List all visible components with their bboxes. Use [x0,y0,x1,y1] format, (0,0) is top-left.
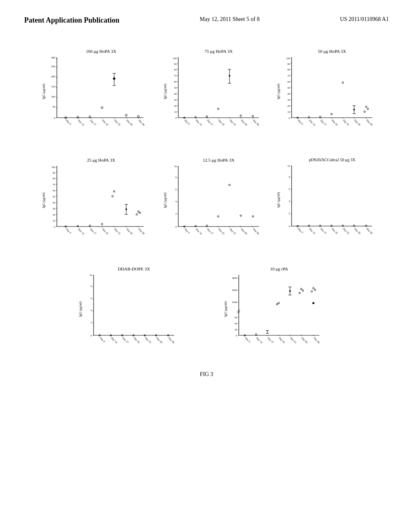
svg-text:8: 8 [175,176,177,179]
svg-text:10: 10 [90,274,92,276]
svg-text:60: 60 [235,316,238,319]
svg-point-189 [125,208,127,210]
svg-text:40: 40 [235,322,238,325]
svg-text:Day 42: Day 42 [332,119,339,126]
svg-text:0: 0 [236,334,237,337]
figure-row-3: DDAB-DOPE 3X 0 2 4 6 8 10 IgG (μg/ml) [24,266,389,355]
svg-text:6: 6 [175,188,177,191]
chart3-title: 50 μg HoPA 3X [275,49,388,54]
svg-text:Day 42: Day 42 [102,228,109,235]
svg-text:Day 69: Day 69 [126,119,133,126]
svg-text:Day 69: Day 69 [354,227,361,235]
svg-text:Day 69: Day 69 [126,228,133,235]
svg-text:4: 4 [91,309,92,312]
svg-text:30: 30 [174,98,177,101]
svg-text:Day 27: Day 27 [320,119,328,127]
svg-text:IgG (μg/ml): IgG (μg/ml) [42,83,46,99]
svg-text:Day 55: Day 55 [343,227,350,235]
svg-point-88 [240,115,242,116]
svg-text:30: 30 [52,207,55,210]
svg-text:30: 30 [288,98,290,101]
svg-text:50: 50 [52,195,55,198]
chart6-title: pDNAVACCultra2 50 μg 3X [275,158,388,162]
svg-point-192 [136,214,138,215]
chart-50ug: 50 μg HoPA 3X 0 10 20 30 40 50 60 70 80 … [275,49,388,137]
svg-text:8: 8 [289,175,290,178]
svg-text:300: 300 [51,56,55,59]
figure-row-1: 100 μg HoPA 3X 0 50 100 150 200 250 300 [24,49,389,137]
svg-text:Day 42: Day 42 [332,227,339,235]
svg-text:100: 100 [286,57,290,60]
svg-text:40: 40 [52,201,55,204]
svg-text:Day 84: Day 84 [252,228,260,235]
svg-text:60: 60 [174,80,177,83]
svg-text:4: 4 [289,200,290,202]
svg-text:Day 84: Day 84 [366,119,374,127]
svg-text:20: 20 [174,104,177,107]
chart2-title: 75 μg HoPA 3X [162,49,275,54]
svg-text:Day 14: Day 14 [309,119,317,127]
svg-point-351 [313,302,315,304]
svg-text:IgG (μg/ml): IgG (μg/ml) [277,83,280,99]
svg-point-190 [138,211,139,212]
svg-point-34 [101,107,103,109]
svg-text:2: 2 [175,212,177,215]
svg-point-140 [364,111,365,112]
svg-point-132 [331,113,332,115]
svg-text:Day 84: Day 84 [138,119,146,127]
svg-text:100: 100 [51,166,55,168]
svg-text:Day 0: Day 0 [184,228,190,234]
svg-point-89 [252,115,254,117]
svg-text:Day 55: Day 55 [114,228,121,235]
svg-point-228 [252,216,254,217]
svg-text:10: 10 [52,219,55,222]
svg-text:Day 14: Day 14 [256,337,263,344]
svg-text:80: 80 [52,177,55,180]
svg-text:8: 8 [91,285,92,287]
svg-text:100: 100 [173,57,177,60]
svg-point-347 [299,292,300,294]
svg-text:6: 6 [289,187,290,190]
svg-text:Day 27: Day 27 [206,119,214,127]
svg-text:Day 55: Day 55 [290,337,297,344]
svg-text:40: 40 [174,92,177,95]
svg-text:20: 20 [235,328,238,331]
svg-text:Day 14: Day 14 [195,119,203,127]
svg-text:Day 84: Day 84 [168,337,175,344]
svg-point-38 [113,78,115,80]
svg-text:Day 69: Day 69 [240,228,248,235]
svg-text:Day 14: Day 14 [309,227,317,235]
svg-text:Day 69: Day 69 [354,119,361,126]
svg-text:80: 80 [174,68,177,71]
svg-text:2: 2 [289,212,290,214]
svg-text:100: 100 [51,95,55,98]
figures-container: 100 μg HoPA 3X 0 50 100 150 200 250 300 [24,49,389,378]
svg-text:Day 69: Day 69 [301,337,308,344]
svg-point-350 [311,291,313,292]
svg-text:90: 90 [288,62,290,65]
svg-point-349 [314,289,316,291]
svg-point-82 [206,116,208,117]
svg-text:0: 0 [91,334,92,337]
svg-point-344 [289,290,291,292]
svg-text:200: 200 [51,75,55,78]
svg-point-226 [229,184,230,186]
svg-point-139 [367,108,369,110]
svg-text:Day 55: Day 55 [229,228,236,235]
svg-text:3000: 3000 [232,276,237,279]
chart4-title: 25 μg HoPA 3X [41,158,162,162]
svg-point-185 [112,195,113,197]
svg-point-183 [101,223,103,225]
chart-100ug: 100 μg HoPA 3X 0 50 100 150 200 250 300 [41,49,162,137]
svg-text:20: 20 [288,104,290,107]
chart-25ug: 25 μg HoPA 3X 0 10 20 30 40 50 60 70 80 … [41,158,162,246]
svg-text:Day 69: Day 69 [156,337,163,344]
patent-number: US 2011/0110968 A1 [340,16,389,23]
svg-text:Day 14: Day 14 [195,228,203,235]
svg-text:Day 42: Day 42 [133,337,140,344]
svg-text:250: 250 [51,65,55,68]
svg-point-191 [139,212,141,214]
svg-text:90: 90 [174,62,177,65]
svg-text:Day 0: Day 0 [65,119,72,125]
svg-text:Day 27: Day 27 [267,337,275,344]
